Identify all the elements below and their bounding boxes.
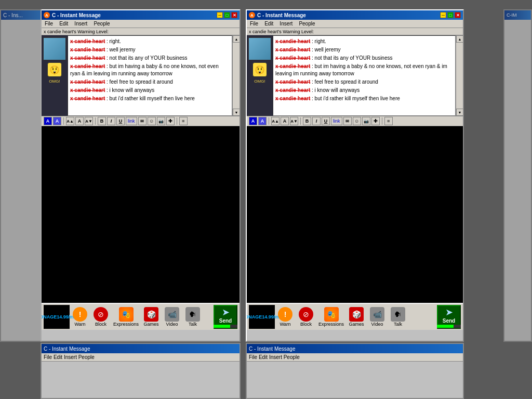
font-a-button[interactable]: A xyxy=(75,117,84,125)
font-a-button-2[interactable]: A xyxy=(281,117,289,125)
expressions-button[interactable]: 🎭 Expressions xyxy=(111,306,141,328)
games-button-2[interactable]: 🎲 Games xyxy=(346,306,367,328)
minimize-button[interactable]: ─ xyxy=(217,12,223,18)
block-button[interactable]: ⊘ Block xyxy=(90,306,111,328)
scroll-down-btn[interactable]: ▼ xyxy=(233,109,240,116)
italic-button[interactable]: I xyxy=(107,117,115,125)
underline-button-2[interactable]: U xyxy=(322,117,330,125)
app-icon: A xyxy=(44,12,50,18)
menu-file-2[interactable]: File xyxy=(249,21,259,26)
message-6: x candie heart : i know will anyways xyxy=(70,87,230,94)
video-button-2[interactable]: 📹 Video xyxy=(367,306,388,328)
email-button-2[interactable]: ✉ xyxy=(343,117,352,125)
menu-insert[interactable]: Insert xyxy=(73,21,88,26)
video-icon-2: 📹 xyxy=(370,307,384,322)
send-label: Send xyxy=(219,318,232,324)
app-icon-2: A xyxy=(249,12,255,18)
font-color-button[interactable]: A xyxy=(44,117,52,125)
underline-button[interactable]: U xyxy=(116,117,125,125)
message-4: x candie heart : but im having a baby & … xyxy=(70,63,230,77)
block-button-2[interactable]: ⊘ Block xyxy=(296,306,316,328)
block-label: Block xyxy=(95,322,107,327)
scrollbar-2[interactable]: ▲ ▼ xyxy=(456,35,463,116)
email-button[interactable]: ✉ xyxy=(138,117,147,125)
games-label-2: Games xyxy=(349,322,364,327)
video-button[interactable]: 📹 Video xyxy=(162,306,182,328)
warning-bar: x candie heart's Warning Level: xyxy=(42,28,240,35)
camera-button-2[interactable]: 📷 xyxy=(362,117,370,125)
chat-area: 😲 OMG! x candie heart : right. x candie … xyxy=(42,35,240,116)
vonage-ad[interactable]: VONAGE 14.99/mo xyxy=(44,305,70,329)
link-button[interactable]: link xyxy=(126,117,137,125)
message-3: x candie heart : not that its any of YOU… xyxy=(70,55,230,62)
chat-messages[interactable]: x candie heart : right. x candie heart :… xyxy=(68,35,232,116)
smiley-button[interactable]: ☺ xyxy=(148,117,156,125)
menu-file[interactable]: File xyxy=(44,21,54,26)
maximize-button-2[interactable]: □ xyxy=(447,12,454,18)
menu-bar: File Edit Insert People xyxy=(42,20,240,28)
bottom-window-2: C - Instant Message File Edit Insert Peo… xyxy=(246,343,464,399)
games-button[interactable]: 🎲 Games xyxy=(141,306,162,328)
menu-bar-2: File Edit Insert People xyxy=(247,20,463,28)
send-button-2[interactable]: ➤ Send xyxy=(437,305,461,329)
camera-button[interactable]: 📷 xyxy=(157,117,165,125)
chat-messages-2[interactable]: x candie heart : right. x candie heart :… xyxy=(273,35,456,116)
font-highlight-button-2[interactable]: A xyxy=(258,117,267,125)
scroll-down-btn-2[interactable]: ▼ xyxy=(456,109,463,116)
msg2-5: x candie heart : feel free to spread it … xyxy=(275,78,453,86)
games-label: Games xyxy=(144,322,159,327)
msg2-6: x candie heart : i know will anyways xyxy=(275,87,453,94)
smiley-button-2[interactable]: ☺ xyxy=(353,117,361,125)
font-size-down-button-2[interactable]: A▼ xyxy=(290,117,298,125)
italic-button-2[interactable]: I xyxy=(312,117,321,125)
warn-button[interactable]: ! Warn xyxy=(70,306,90,328)
bold-button-2[interactable]: B xyxy=(303,117,311,125)
send-button[interactable]: ➤ Send xyxy=(214,305,237,329)
close-button-2[interactable]: ✕ xyxy=(455,12,461,18)
send-label-2: Send xyxy=(443,318,455,324)
close-button[interactable]: ✕ xyxy=(231,12,237,18)
msg2-4: x candie heart : but im having a baby & … xyxy=(275,63,453,77)
chat-area-2: 😲 OMG! x candie heart : right. x candie … xyxy=(247,35,463,116)
scrollbar[interactable]: ▲ ▼ xyxy=(232,35,240,116)
menu-edit[interactable]: Edit xyxy=(58,21,69,26)
avatar-panel: 😲 OMG! xyxy=(42,35,68,116)
warn-label-2: Warn xyxy=(280,322,290,327)
warn-button-2[interactable]: ! Warn xyxy=(275,306,296,328)
add-button[interactable]: ✚ xyxy=(166,117,175,125)
expressions-icon-2: 🎭 xyxy=(324,307,339,322)
menu-insert-2[interactable]: Insert xyxy=(278,21,294,26)
menu-edit-2[interactable]: Edit xyxy=(263,21,274,26)
add-button-2[interactable]: ✚ xyxy=(371,117,380,125)
progress-bar xyxy=(214,325,237,328)
expressions-button-2[interactable]: 🎭 Expressions xyxy=(316,306,346,328)
message-input[interactable] xyxy=(42,126,240,303)
font-size-up-button-2[interactable]: A▲ xyxy=(271,117,280,125)
warn-label: Warn xyxy=(74,322,85,327)
title-bar-2: A C - Instant Message ─ □ ✕ xyxy=(247,10,463,20)
link-button-2[interactable]: link xyxy=(331,117,342,125)
vonage-ad-2[interactable]: VONAGE 14.99/mo xyxy=(249,305,275,329)
msg2-7: x candie heart : but i'd rather kill mys… xyxy=(275,95,453,102)
font-highlight-button[interactable]: A xyxy=(53,117,61,125)
maximize-button[interactable]: □ xyxy=(224,12,230,18)
message-input-2[interactable] xyxy=(247,126,463,303)
menu-people-2[interactable]: People xyxy=(298,21,316,26)
font-color-button-2[interactable]: A xyxy=(249,117,257,125)
menu-dots-button-2[interactable]: ≡ xyxy=(384,117,393,125)
menu-dots-button[interactable]: ≡ xyxy=(179,117,188,125)
minimize-button-2[interactable]: ─ xyxy=(440,12,446,18)
desktop: A C - Instant Message ─ □ ✕ File Edit In… xyxy=(0,0,532,399)
talk-button[interactable]: 🗣 Talk xyxy=(182,306,203,328)
menu-people[interactable]: People xyxy=(92,21,111,26)
msg2-1: x candie heart : right. xyxy=(275,38,453,45)
font-size-down-button[interactable]: A▼ xyxy=(85,117,93,125)
games-icon-2: 🎲 xyxy=(349,307,364,322)
warn-icon-2: ! xyxy=(278,307,292,322)
bold-button[interactable]: B xyxy=(98,117,106,125)
font-size-up-button[interactable]: A▲ xyxy=(66,117,74,125)
scroll-up-btn-2[interactable]: ▲ xyxy=(456,35,463,43)
talk-button-2[interactable]: 🗣 Talk xyxy=(388,306,408,328)
bottom-toolbar: VONAGE 14.99/mo ! Warn ⊘ Block 🎭 Express… xyxy=(42,303,240,330)
scroll-up-btn[interactable]: ▲ xyxy=(233,35,240,43)
